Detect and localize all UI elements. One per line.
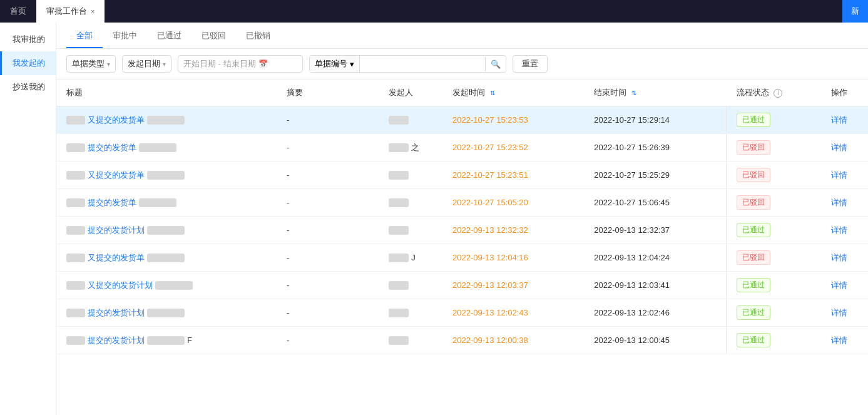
cell-status: 已通过 [727,217,821,244]
cell-start-time: 2022-09-13 12:02:43 [442,299,584,327]
chevron-down-icon: ▾ [350,59,354,69]
cell-initiator [379,299,442,327]
cell-status: 已通过 [727,106,821,134]
cell-title: 提交的发货计划 [56,299,277,327]
sort-asc-icon: ⇅ [490,90,495,96]
table-row: 又提交的发货单 - J 2022-09-13 12:04:162022-09-1… [56,244,868,272]
cell-summary: - [277,299,379,327]
search-wrap: 单据编号 ▾ 🔍 [309,55,506,73]
cell-action: 详情 [821,327,868,354]
tab-rejected[interactable]: 已驳回 [191,23,236,48]
home-tab[interactable]: 首页 [0,0,36,23]
sidebar-item-label: 我审批的 [13,34,45,44]
sidebar-item-my-initiated[interactable]: 我发起的 [0,51,56,75]
detail-button[interactable]: 详情 [831,252,847,264]
cell-title: 提交的发货单 [56,134,277,161]
filter-bar: 单据类型 ▾ 发起日期 ▾ 开始日期 - 结束日期 📅 单据编号 ▾ 🔍 重置 [56,49,868,79]
calendar-icon: 📅 [258,59,268,68]
status-badge: 已驳回 [737,140,770,155]
home-label: 首页 [10,6,26,17]
sidebar-item-my-approvals[interactable]: 我审批的 [0,28,56,51]
table-row: 提交的发货单 - 2022-10-27 15:05:202022-10-27 1… [56,189,868,217]
info-icon[interactable]: i [774,89,782,98]
cell-initiator: J [379,244,442,272]
table-row: 提交的发货计划 F - 2022-09-13 12:00:382022-09-1… [56,327,868,354]
tab-all[interactable]: 全部 [66,23,103,48]
cell-summary: - [277,106,379,134]
cell-status: 已驳回 [727,244,821,272]
detail-button[interactable]: 详情 [831,197,847,208]
cell-initiator [379,272,442,299]
cell-title: 提交的发货单 [56,189,277,217]
cell-action: 详情 [821,161,868,189]
status-badge: 已驳回 [737,195,770,210]
detail-button[interactable]: 详情 [831,170,847,181]
cell-status: 已通过 [727,272,821,299]
date-range-picker[interactable]: 开始日期 - 结束日期 📅 [178,55,303,73]
status-badge: 已通过 [737,305,770,320]
cell-start-time: 2022-09-13 12:04:16 [442,244,584,272]
cell-status: 已通过 [727,327,821,354]
date-filter[interactable]: 发起日期 ▾ [122,55,171,73]
type-filter-label: 单据类型 [72,58,105,69]
cell-title: 提交的发货计划 F [56,327,277,354]
search-type-label: 单据编号 [315,58,347,69]
tab-in-progress[interactable]: 审批中 [103,23,147,48]
sidebar-item-label: 抄送我的 [13,82,45,91]
cell-initiator [379,161,442,189]
cell-end-time: 2022-10-27 15:06:45 [584,189,725,217]
col-start-time[interactable]: 发起时间 ⇅ [442,79,584,106]
cell-start-time: 2022-09-13 12:32:32 [442,217,584,244]
cell-action: 详情 [821,189,868,217]
cell-end-time: 2022-09-13 12:32:37 [584,217,725,244]
cell-initiator [379,106,442,134]
search-type-select[interactable]: 单据编号 ▾ [310,56,360,72]
reset-button[interactable]: 重置 [513,55,548,73]
detail-button[interactable]: 详情 [831,142,847,153]
cell-title: 又提交的发货计划 [56,272,277,299]
detail-button[interactable]: 详情 [831,225,847,236]
cell-start-time: 2022-10-27 15:23:52 [442,134,584,161]
date-filter-label: 发起日期 [128,58,160,69]
search-input[interactable] [360,57,485,71]
cell-start-time: 2022-10-27 15:23:53 [442,106,584,134]
table-row: 又提交的发货单 - 2022-10-27 15:23:512022-10-27 … [56,161,868,189]
cell-summary: - [277,327,379,354]
main-content: 全部 审批中 已通过 已驳回 已撤销 单据类型 ▾ 发起日期 ▾ [56,23,868,415]
table-row: 提交的发货计划 - 2022-09-13 12:02:432022-09-13 … [56,299,868,327]
new-button[interactable]: 新 [842,0,868,23]
tab-cancelled[interactable]: 已撤销 [236,23,280,48]
cell-initiator [379,327,442,354]
cell-initiator [379,217,442,244]
cell-end-time: 2022-09-13 12:02:46 [584,299,725,327]
status-badge: 已通过 [737,223,770,237]
tab-passed[interactable]: 已通过 [147,23,191,48]
cell-status: 已通过 [727,299,821,327]
cell-action: 详情 [821,272,868,299]
col-end-time[interactable]: 结束时间 ⇅ [584,79,725,106]
detail-button[interactable]: 详情 [831,307,847,319]
col-initiator: 发起人 [379,79,442,106]
status-badge: 已驳回 [737,168,770,182]
date-range-placeholder: 开始日期 - 结束日期 [183,58,256,69]
search-button[interactable]: 🔍 [485,57,506,71]
cell-summary: - [277,272,379,299]
audit-workbench-tab[interactable]: 审批工作台 × [36,0,105,23]
detail-button[interactable]: 详情 [831,115,847,126]
table-row: 提交的发货单 - 之 2022-10-27 15:23:522022-10-27… [56,134,868,161]
cell-initiator: 之 [379,134,442,161]
cell-start-time: 2022-09-13 12:00:38 [442,327,584,354]
sort-icon: ⇅ [631,90,636,96]
detail-button[interactable]: 详情 [831,335,847,346]
cell-action: 详情 [821,244,868,272]
type-filter[interactable]: 单据类型 ▾ [66,55,116,73]
status-badge: 已通过 [737,278,770,292]
cell-title: 又提交的发货单 [56,106,277,134]
cell-end-time: 2022-10-27 15:25:29 [584,161,725,189]
col-summary: 摘要 [277,79,379,106]
detail-button[interactable]: 详情 [831,280,847,291]
close-icon[interactable]: × [91,8,94,15]
tab-bar: 全部 审批中 已通过 已驳回 已撤销 [56,23,868,49]
sidebar-item-cc-to-me[interactable]: 抄送我的 [0,75,56,99]
table-row: 提交的发货计划 - 2022-09-13 12:32:322022-09-13 … [56,217,868,244]
